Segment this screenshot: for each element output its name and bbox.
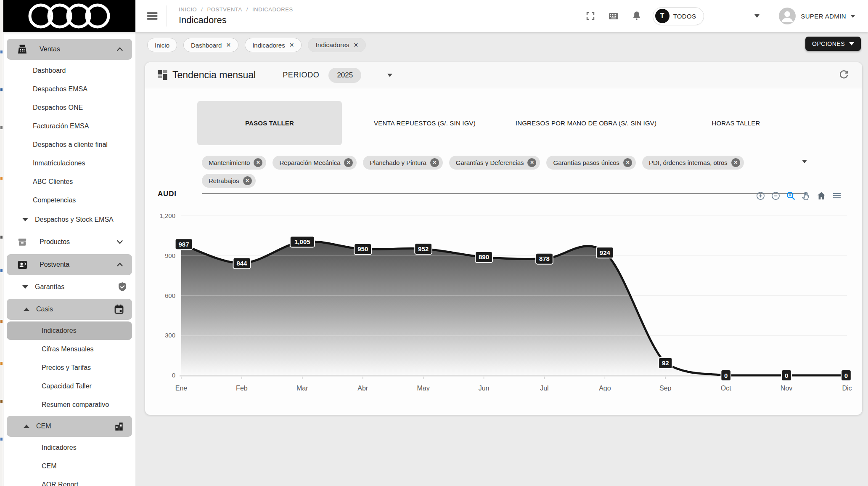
remove-filter-icon[interactable]: ✕: [731, 158, 740, 167]
sidebar-item-abc-clientes[interactable]: ABC Clientes: [3, 173, 135, 191]
sidebar-item-precios-y-tarifas[interactable]: Precios y Tarifas: [3, 359, 135, 377]
close-tab-icon[interactable]: ✕: [226, 42, 231, 48]
keyboard-button[interactable]: [608, 11, 619, 21]
remove-filter-icon[interactable]: ✕: [527, 158, 536, 167]
svg-text:0: 0: [844, 372, 848, 379]
filter-chip: PDI, órdenes internas, otros✕: [642, 156, 744, 170]
building-icon: [114, 421, 124, 432]
filter-chip-label: PDI, órdenes internas, otros: [649, 159, 728, 166]
svg-text:Ene: Ene: [175, 385, 188, 391]
sidebar-item-cem[interactable]: CEM: [7, 416, 132, 437]
fullscreen-icon: [585, 11, 595, 21]
filter-chip: Retrabajos✕: [202, 174, 256, 188]
filter-chip-label: Reparación Mecánica: [279, 159, 340, 166]
close-tab-icon[interactable]: ✕: [289, 42, 294, 48]
sidebar-item-capacidad-taller[interactable]: Capacidad Taller: [3, 377, 135, 396]
sidebar-item-despachos-emsa[interactable]: Despachos EMSA: [3, 80, 135, 98]
user-avatar[interactable]: [779, 8, 796, 24]
breadcrumb-item[interactable]: POSTVENTA: [207, 6, 242, 13]
svg-text:844: 844: [236, 260, 247, 267]
background-window-strip: [0, 0, 3, 486]
open-tab-inicio[interactable]: Inicio: [147, 38, 177, 52]
scope-dropdown-caret[interactable]: [754, 14, 760, 18]
close-tab-icon[interactable]: ✕: [354, 42, 359, 48]
sidebar-item-label: Competencias: [3, 197, 76, 204]
open-tab-indicadores[interactable]: Indicadores✕: [245, 38, 302, 52]
caret-up-icon: [24, 425, 29, 428]
remove-filter-icon[interactable]: ✕: [344, 158, 353, 167]
sidebar-item-label: CEM: [36, 422, 51, 430]
sidebar-item-label: Dashboard: [3, 67, 66, 74]
audi-logo[interactable]: [3, 0, 135, 32]
header-actions: T TODOS SUPER ADMIN: [573, 7, 868, 25]
remove-filter-icon[interactable]: ✕: [243, 176, 252, 185]
sidebar-item-cifras-mensuales[interactable]: Cifras Mensuales: [3, 340, 135, 359]
filter-chip-label: Garantías pasos únicos: [553, 159, 619, 166]
breadcrumb-item[interactable]: INDICADORES: [252, 6, 293, 13]
chevron-down-icon: [115, 237, 124, 247]
period-label: PERIODO: [283, 71, 319, 80]
sidebar-item-casis[interactable]: Casis: [7, 299, 132, 320]
sidebar-item-label: Cifras Mensuales: [3, 345, 94, 353]
remove-filter-icon[interactable]: ✕: [623, 158, 632, 167]
user-menu[interactable]: SUPER ADMIN: [801, 13, 846, 20]
sidebar-item-facturaci-n-emsa[interactable]: Facturación EMSA: [3, 117, 135, 135]
sidebar-item-indicadores[interactable]: Indicadores: [3, 438, 135, 457]
opciones-button[interactable]: OPCIONES: [805, 37, 861, 51]
filter-chip-label: Garantías y Deferencias: [456, 159, 524, 166]
svg-text:Sep: Sep: [659, 385, 672, 391]
sidebar-item-dashboard[interactable]: Dashboard: [3, 61, 135, 80]
sidebar-item-productos[interactable]: Productos: [7, 231, 132, 252]
open-tab-dashboard[interactable]: Dashboard✕: [183, 38, 238, 52]
register-icon: [16, 44, 29, 55]
sidebar-item-resumen-comparativo[interactable]: Resumen comparativo: [3, 396, 135, 414]
metric-tab-1[interactable]: PASOS TALLER: [197, 101, 342, 145]
line-chart-svg[interactable]: 03006009001,200EneFebMarAbrMayJunJulAgoS…: [145, 187, 862, 391]
filter-chip: Garantías pasos únicos✕: [546, 156, 636, 170]
sidebar-item-despachos-one[interactable]: Despachos ONE: [3, 98, 135, 117]
sidebar-item-aor-report[interactable]: AOR Report: [3, 475, 135, 486]
svg-text:Nov: Nov: [781, 385, 792, 391]
open-tab-label: Inicio: [155, 42, 169, 49]
fullscreen-button[interactable]: [585, 11, 595, 21]
sidebar-item-inmatriculaciones[interactable]: Inmatriculaciones: [3, 154, 135, 173]
dashboard-grid-icon: [158, 70, 167, 80]
trend-chart: AUDI: [145, 187, 862, 400]
svg-text:300: 300: [165, 332, 175, 339]
sidebar-item-indicadores[interactable]: Indicadores: [7, 321, 132, 340]
filters-dropdown-caret[interactable]: [802, 160, 807, 163]
sidebar-item-label: Inmatriculaciones: [3, 159, 85, 167]
sidebar-item-ventas[interactable]: Ventas: [7, 39, 132, 60]
svg-text:890: 890: [479, 253, 489, 260]
sidebar-item-despachos-y-stock-emsa[interactable]: Despachos y Stock EMSA: [3, 210, 135, 230]
sidebar-item-postventa[interactable]: Postventa: [7, 254, 132, 275]
sidebar-item-despachos-a-cliente-final[interactable]: Despachos a cliente final: [3, 135, 135, 154]
filter-chip: Garantías y Deferencias✕: [449, 156, 540, 170]
metric-tab-3[interactable]: INGRESOS POR MANO DE OBRA (S/. SIN IGV): [508, 101, 664, 145]
breadcrumb-item[interactable]: INICIO: [179, 6, 197, 13]
open-tabs-bar: InicioDashboard✕Indicadores✕Indicadores✕: [147, 38, 366, 52]
svg-text:952: 952: [418, 245, 429, 252]
sidebar-item-label: Indicadores: [3, 444, 77, 451]
open-tab-indicadores[interactable]: Indicadores✕: [308, 38, 366, 52]
period-dropdown-caret[interactable]: [387, 74, 392, 77]
user-dropdown-caret[interactable]: [850, 15, 855, 18]
scope-selector[interactable]: T TODOS: [653, 7, 704, 25]
notifications-button[interactable]: [632, 11, 642, 21]
metric-tab-2[interactable]: VENTA REPUESTOS (S/. SIN IGV): [342, 101, 508, 145]
filter-chip-label: Retrabajos: [209, 177, 239, 184]
sidebar-item-label: Casis: [36, 305, 53, 313]
card-header: Tendencia mensual PERIODO 2025: [145, 62, 862, 88]
metric-tab-4[interactable]: HORAS TALLER: [664, 101, 807, 145]
period-select[interactable]: 2025: [328, 68, 361, 83]
remove-filter-icon[interactable]: ✕: [430, 158, 439, 167]
sidebar-item-competencias[interactable]: Competencias: [3, 191, 135, 210]
sidebar-item-cem[interactable]: CEM: [3, 457, 135, 475]
remove-filter-icon[interactable]: ✕: [254, 158, 262, 167]
filter-chip: Planchado y Pintura✕: [363, 156, 442, 170]
sidebar-item-garant-as[interactable]: Garantías: [3, 277, 135, 297]
refresh-button[interactable]: [838, 69, 849, 81]
svg-text:Oct: Oct: [721, 385, 731, 391]
bell-icon: [632, 11, 642, 21]
menu-toggle-button[interactable]: [146, 11, 158, 21]
